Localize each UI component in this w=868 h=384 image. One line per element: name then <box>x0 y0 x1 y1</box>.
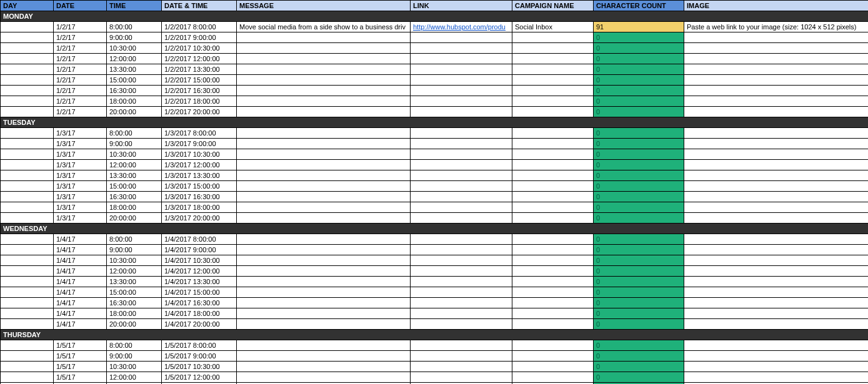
cell-image[interactable] <box>684 139 869 149</box>
cell-message[interactable] <box>237 107 411 117</box>
cell-time[interactable]: 8:00:00 <box>107 234 162 245</box>
table-row[interactable]: 1/2/1718:00:001/2/2017 18:00:000 <box>1 96 869 107</box>
cell-time[interactable]: 20:00:00 <box>107 213 162 224</box>
cell-image[interactable] <box>684 255 869 266</box>
cell-link[interactable] <box>411 266 512 277</box>
cell-campaign[interactable] <box>512 308 594 319</box>
table-row[interactable]: 1/3/178:00:001/3/2017 8:00:000 <box>1 128 869 139</box>
cell-message[interactable] <box>237 160 411 170</box>
cell-campaign[interactable] <box>512 75 594 86</box>
header-charcount[interactable]: CHARACTER COUNT <box>594 1 684 11</box>
table-row[interactable]: 1/3/1713:30:001/3/2017 13:30:000 <box>1 170 869 181</box>
cell-campaign[interactable] <box>512 372 594 383</box>
cell-link[interactable] <box>411 107 512 117</box>
cell-date[interactable]: 1/3/17 <box>54 139 107 149</box>
cell-link[interactable] <box>411 340 512 351</box>
cell-day[interactable] <box>1 234 54 245</box>
cell-datetime[interactable]: 1/5/2017 8:00:00 <box>162 340 237 351</box>
cell-date[interactable]: 1/5/17 <box>54 362 107 372</box>
cell-message[interactable] <box>237 170 411 181</box>
cell-campaign[interactable] <box>512 351 594 362</box>
cell-image[interactable] <box>684 277 869 287</box>
header-day[interactable]: DAY <box>1 1 54 11</box>
cell-campaign[interactable] <box>512 160 594 170</box>
cell-link[interactable] <box>411 298 512 308</box>
cell-datetime[interactable]: 1/3/2017 16:30:00 <box>162 192 237 202</box>
cell-charcount[interactable]: 0 <box>594 351 684 362</box>
cell-time[interactable]: 18:00:00 <box>107 308 162 319</box>
table-row[interactable]: 1/2/1712:00:001/2/2017 12:00:000 <box>1 54 869 64</box>
cell-datetime[interactable]: 1/2/2017 9:00:00 <box>162 32 237 43</box>
cell-datetime[interactable]: 1/3/2017 8:00:00 <box>162 128 237 139</box>
cell-campaign[interactable] <box>512 192 594 202</box>
cell-time[interactable]: 15:00:00 <box>107 75 162 86</box>
cell-day[interactable] <box>1 362 54 372</box>
table-row[interactable]: 1/3/1718:00:001/3/2017 18:00:000 <box>1 202 869 213</box>
cell-campaign[interactable] <box>512 319 594 330</box>
cell-link[interactable] <box>411 160 512 170</box>
cell-time[interactable]: 12:00:00 <box>107 160 162 170</box>
day-header-row[interactable]: MONDAY <box>1 11 869 22</box>
cell-link[interactable] <box>411 32 512 43</box>
cell-charcount[interactable]: 0 <box>594 308 684 319</box>
cell-day[interactable] <box>1 160 54 170</box>
cell-date[interactable]: 1/4/17 <box>54 245 107 255</box>
cell-message[interactable] <box>237 308 411 319</box>
cell-image[interactable] <box>684 128 869 139</box>
table-row[interactable]: 1/4/1718:00:001/4/2017 18:00:000 <box>1 308 869 319</box>
header-datetime[interactable]: DATE & TIME <box>162 1 237 11</box>
table-row[interactable]: 1/2/1710:30:001/2/2017 10:30:000 <box>1 43 869 54</box>
header-campaign[interactable]: CAMPAIGN NAME <box>512 1 594 11</box>
header-time[interactable]: TIME <box>107 1 162 11</box>
cell-day[interactable] <box>1 86 54 96</box>
cell-day[interactable] <box>1 128 54 139</box>
cell-time[interactable]: 10:30:00 <box>107 149 162 160</box>
cell-image[interactable] <box>684 202 869 213</box>
cell-image[interactable] <box>684 192 869 202</box>
table-row[interactable]: 1/4/1715:00:001/4/2017 15:00:000 <box>1 287 869 298</box>
cell-message[interactable] <box>237 213 411 224</box>
cell-campaign[interactable] <box>512 255 594 266</box>
cell-day[interactable] <box>1 170 54 181</box>
cell-campaign[interactable] <box>512 43 594 54</box>
cell-time[interactable]: 8:00:00 <box>107 22 162 32</box>
cell-day[interactable] <box>1 298 54 308</box>
cell-day[interactable] <box>1 149 54 160</box>
cell-message[interactable] <box>237 149 411 160</box>
cell-link[interactable]: http://www.hubspot.com/produ <box>411 22 512 32</box>
cell-time[interactable]: 9:00:00 <box>107 245 162 255</box>
cell-link[interactable] <box>411 202 512 213</box>
cell-campaign[interactable] <box>512 213 594 224</box>
cell-campaign[interactable] <box>512 287 594 298</box>
cell-message[interactable] <box>237 319 411 330</box>
cell-charcount[interactable]: 0 <box>594 202 684 213</box>
cell-date[interactable]: 1/4/17 <box>54 287 107 298</box>
cell-campaign[interactable] <box>512 298 594 308</box>
cell-date[interactable]: 1/2/17 <box>54 64 107 75</box>
cell-charcount[interactable]: 0 <box>594 277 684 287</box>
cell-datetime[interactable]: 1/5/2017 10:30:00 <box>162 362 237 372</box>
cell-date[interactable]: 1/2/17 <box>54 96 107 107</box>
cell-datetime[interactable]: 1/3/2017 10:30:00 <box>162 149 237 160</box>
cell-time[interactable]: 15:00:00 <box>107 181 162 192</box>
day-header-row[interactable]: THURSDAY <box>1 330 869 340</box>
cell-link[interactable] <box>411 149 512 160</box>
cell-time[interactable]: 20:00:00 <box>107 319 162 330</box>
table-row[interactable]: 1/4/1710:30:001/4/2017 10:30:000 <box>1 255 869 266</box>
cell-time[interactable]: 10:30:00 <box>107 255 162 266</box>
cell-image[interactable] <box>684 308 869 319</box>
table-row[interactable]: 1/4/1716:30:001/4/2017 16:30:000 <box>1 298 869 308</box>
day-header-row[interactable]: WEDNESDAY <box>1 224 869 234</box>
cell-time[interactable]: 12:00:00 <box>107 266 162 277</box>
cell-campaign[interactable] <box>512 202 594 213</box>
cell-charcount[interactable]: 0 <box>594 255 684 266</box>
cell-image[interactable] <box>684 351 869 362</box>
cell-message[interactable] <box>237 266 411 277</box>
cell-charcount[interactable]: 0 <box>594 192 684 202</box>
day-header-row[interactable]: TUESDAY <box>1 117 869 128</box>
cell-date[interactable]: 1/4/17 <box>54 319 107 330</box>
cell-link[interactable] <box>411 64 512 75</box>
cell-date[interactable]: 1/4/17 <box>54 308 107 319</box>
cell-campaign[interactable] <box>512 128 594 139</box>
cell-day[interactable] <box>1 340 54 351</box>
